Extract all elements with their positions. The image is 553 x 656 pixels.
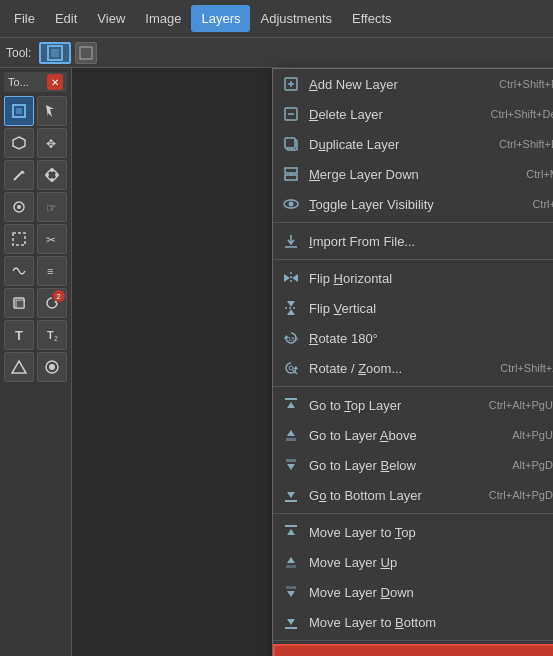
layer-bottom-icon xyxy=(281,485,301,505)
menu-item-layer-add[interactable]: Add New LayerCtrl+Shift+N xyxy=(273,69,553,99)
tool-shapes[interactable] xyxy=(4,352,34,382)
tool-brush[interactable] xyxy=(37,160,67,190)
menu-item-layer-below[interactable]: Go to Layer BelowAlt+PgDn xyxy=(273,450,553,480)
menu-image[interactable]: Image xyxy=(135,5,191,32)
tool-ellipse[interactable] xyxy=(37,352,67,382)
tool-lasso[interactable] xyxy=(4,128,34,158)
menu-item-label: Toggle Layer Visibility xyxy=(309,197,524,212)
menu-item-layer-import[interactable]: Import From File... xyxy=(273,226,553,256)
svg-marker-42 xyxy=(284,274,290,282)
menu-effects[interactable]: Effects xyxy=(342,5,402,32)
menu-item-layer-merge[interactable]: Merge Layer DownCtrl+M xyxy=(273,159,553,189)
menu-item-label: Go to Bottom Layer xyxy=(309,488,481,503)
svg-marker-43 xyxy=(292,274,298,282)
svg-point-11 xyxy=(50,168,54,172)
tool-crop[interactable]: ✂ xyxy=(37,224,67,254)
flip-v-icon xyxy=(281,298,301,318)
menu-view[interactable]: View xyxy=(87,5,135,32)
menu-item-flip-h[interactable]: Flip Horizontal xyxy=(273,263,553,293)
tool-curves[interactable] xyxy=(4,256,34,286)
main-area: To... ✕ ✥☞✂≡2TT2 Add New LayerCtrl+Shift… xyxy=(0,68,553,656)
svg-rect-38 xyxy=(285,175,297,180)
svg-marker-27 xyxy=(12,361,26,373)
menu-item-shortcut: Ctrl+Alt+PgUp xyxy=(489,399,553,411)
menu-item-layer-top[interactable]: Go to Top LayerCtrl+Alt+PgUp xyxy=(273,390,553,420)
svg-rect-1 xyxy=(51,49,59,57)
tool-selector[interactable] xyxy=(39,42,71,64)
menu-item-move-down[interactable]: Move Layer Down xyxy=(273,577,553,607)
menu-item-move-up[interactable]: Move Layer Up xyxy=(273,547,553,577)
tool-text[interactable]: T xyxy=(4,320,34,350)
menu-item-layer-props[interactable]: Layer Properties...F4 xyxy=(273,644,553,656)
tool-clone[interactable] xyxy=(4,288,34,318)
menu-item-label: Add New Layer xyxy=(309,77,491,92)
menu-item-shortcut: Ctrl+Alt+PgDn xyxy=(489,489,553,501)
svg-text:☞: ☞ xyxy=(46,201,57,215)
tool-label: Tool: xyxy=(6,46,31,60)
flip-h-icon xyxy=(281,268,301,288)
tool-move[interactable] xyxy=(37,96,67,126)
layer-add-icon xyxy=(281,74,301,94)
menu-item-rotate-180[interactable]: 180Rotate 180° xyxy=(273,323,553,353)
layer-duplicate-icon xyxy=(281,134,301,154)
menu-separator xyxy=(273,386,553,387)
tool-option-2[interactable] xyxy=(75,42,97,64)
toolbox-close-button[interactable]: ✕ xyxy=(47,74,63,90)
workspace: Add New LayerCtrl+Shift+NDelete LayerCtr… xyxy=(72,68,553,656)
tool-text-alt[interactable]: T2 xyxy=(37,320,67,350)
tool-fill[interactable]: ≡ xyxy=(37,256,67,286)
menu-item-layer-bottom[interactable]: Go to Bottom LayerCtrl+Alt+PgDn xyxy=(273,480,553,510)
menu-item-layer-delete[interactable]: Delete LayerCtrl+Shift+Del xyxy=(273,99,553,129)
menu-item-layer-above[interactable]: Go to Layer AboveAlt+PgUp xyxy=(273,420,553,450)
rotate-zoom-icon xyxy=(281,358,301,378)
svg-point-29 xyxy=(49,364,55,370)
menu-item-rotate-zoom[interactable]: Rotate / Zoom...Ctrl+Shift+Z xyxy=(273,353,553,383)
menu-item-shortcut: Alt+PgUp xyxy=(512,429,553,441)
menu-item-layer-duplicate[interactable]: Duplicate LayerCtrl+Shift+D xyxy=(273,129,553,159)
svg-marker-65 xyxy=(287,591,295,597)
tool-undo-brush[interactable]: 2 xyxy=(37,288,67,318)
toolbox: To... ✕ ✥☞✂≡2TT2 xyxy=(0,68,72,656)
menu-item-label: Move Layer to Top xyxy=(309,525,553,540)
layer-below-icon xyxy=(281,455,301,475)
rotate-180-icon: 180 xyxy=(281,328,301,348)
menu-item-shortcut: Alt+PgDn xyxy=(512,459,553,471)
menu-item-label: Go to Layer Above xyxy=(309,428,504,443)
menu-edit[interactable]: Edit xyxy=(45,5,87,32)
tool-transform[interactable]: ✥ xyxy=(37,128,67,158)
move-top-icon xyxy=(281,522,301,542)
menu-item-shortcut: Ctrl+Shift+Del xyxy=(491,108,553,120)
svg-point-41 xyxy=(289,202,294,207)
menu-item-flip-v[interactable]: Flip Vertical xyxy=(273,293,553,323)
menu-item-move-top[interactable]: Move Layer to Top xyxy=(273,517,553,547)
tool-pencil[interactable] xyxy=(4,160,34,190)
svg-marker-5 xyxy=(46,105,54,117)
svg-rect-18 xyxy=(13,233,25,245)
svg-rect-22 xyxy=(16,300,24,308)
menu-item-shortcut: Ctrl+Shift+Z xyxy=(500,362,553,374)
layer-props-icon xyxy=(283,651,303,656)
layer-merge-icon xyxy=(281,164,301,184)
tool-rect-select[interactable] xyxy=(4,224,34,254)
menu-item-move-bottom[interactable]: Move Layer to Bottom xyxy=(273,607,553,637)
menu-layers[interactable]: Layers xyxy=(191,5,250,32)
menu-item-layer-visibility[interactable]: Toggle Layer VisibilityCtrl+, xyxy=(273,189,553,219)
tool-hand[interactable]: ☞ xyxy=(37,192,67,222)
menu-separator xyxy=(273,640,553,641)
menu-item-label: Duplicate Layer xyxy=(309,137,491,152)
svg-marker-54 xyxy=(287,402,295,408)
svg-text:✂: ✂ xyxy=(46,233,56,247)
svg-marker-57 xyxy=(287,464,295,470)
svg-marker-62 xyxy=(287,529,295,535)
svg-text:≡: ≡ xyxy=(47,265,53,277)
menu-item-shortcut: Ctrl+M xyxy=(526,168,553,180)
tool-selection[interactable] xyxy=(4,96,34,126)
svg-point-16 xyxy=(17,205,21,209)
menu-adjustments[interactable]: Adjustments xyxy=(250,5,342,32)
menu-file[interactable]: File xyxy=(4,5,45,32)
tool-zoom[interactable] xyxy=(4,192,34,222)
svg-marker-63 xyxy=(287,557,295,563)
menu-item-label: Rotate / Zoom... xyxy=(309,361,492,376)
toolbox-header: To... ✕ xyxy=(4,72,67,92)
menu-item-shortcut: Ctrl+Shift+D xyxy=(499,138,553,150)
